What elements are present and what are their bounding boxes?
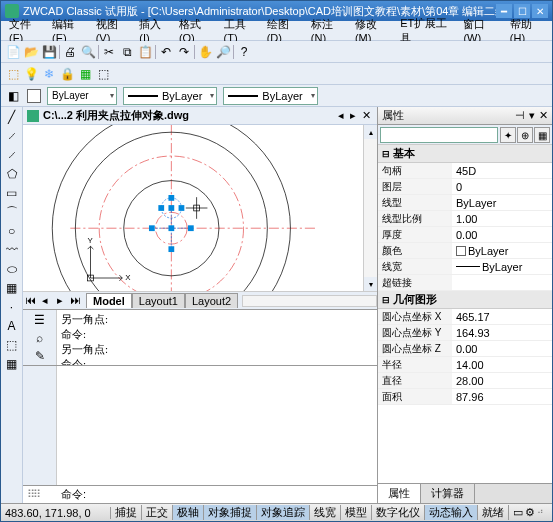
cut-icon[interactable]: ✂ (101, 44, 117, 60)
tray1-icon[interactable]: ▭ (513, 506, 523, 519)
color-icon[interactable]: ▦ (77, 66, 93, 82)
new-icon[interactable]: 📄 (5, 44, 21, 60)
status-toggle[interactable]: 模型 (341, 505, 372, 520)
status-toggle[interactable]: 对象追踪 (257, 505, 310, 520)
status-toggle[interactable]: 动态输入 (425, 505, 478, 520)
point-tool-icon[interactable]: · (3, 299, 21, 315)
tab-last-icon[interactable]: ⏭ (68, 294, 82, 307)
tray2-icon[interactable]: ⚙ (525, 506, 535, 519)
zoom-icon[interactable]: 🔎 (215, 44, 231, 60)
ellipse-tool-icon[interactable]: ⬭ (3, 261, 21, 277)
line-tool-icon[interactable]: ╱ (3, 109, 21, 125)
preview-icon[interactable]: 🔍 (80, 44, 96, 60)
copy-icon[interactable]: ⧉ (119, 44, 135, 60)
status-toggle[interactable]: 极轴 (173, 505, 204, 520)
pickadd-icon[interactable]: ⊕ (517, 127, 533, 143)
tab-close-icon[interactable]: ✕ (360, 109, 373, 122)
lock-icon[interactable]: 🔒 (59, 66, 75, 82)
property-grid[interactable]: 基本句柄45D图层0线型ByLayer线型比例1.00厚度0.00颜色ByLay… (378, 145, 552, 483)
table-tool-icon[interactable]: ▦ (3, 356, 21, 372)
command-line[interactable]: ⠿⠿ 命令: (23, 485, 377, 503)
property-row[interactable]: 线宽ByLayer (378, 259, 552, 275)
xline-tool-icon[interactable]: ⟋ (3, 128, 21, 144)
grip-icon[interactable]: ⠿⠿ (27, 488, 57, 501)
spline-tool-icon[interactable]: 〰 (3, 242, 21, 258)
redo-icon[interactable]: ↷ (176, 44, 192, 60)
freeze-icon[interactable]: ❄ (41, 66, 57, 82)
arc-tool-icon[interactable]: ⌒ (3, 204, 21, 220)
property-row[interactable]: 线型ByLayer (378, 195, 552, 211)
status-toggle[interactable]: 对象捕捉 (204, 505, 257, 520)
tab-next-icon[interactable]: ▸ (348, 109, 358, 122)
layout-tab[interactable]: Layout2 (185, 293, 238, 308)
doc-tab-label[interactable]: C:\...2 利用夹点拉伸对象.dwg (43, 108, 189, 123)
status-toggle[interactable]: 捕捉 (111, 505, 142, 520)
status-toggle[interactable]: 就绪 (478, 505, 509, 520)
property-row[interactable]: 图层0 (378, 179, 552, 195)
tab-prev-icon[interactable]: ◂ (336, 109, 346, 122)
open-icon[interactable]: 📂 (23, 44, 39, 60)
polyline-tool-icon[interactable]: ⟋ (3, 147, 21, 163)
drawing-canvas[interactable]: X Y (23, 125, 363, 291)
layer-icon[interactable]: ⬚ (5, 66, 21, 82)
layer2-icon[interactable]: ⬚ (95, 66, 111, 82)
panel-tab[interactable]: 属性 (378, 484, 421, 503)
property-category[interactable]: 基本 (378, 145, 552, 163)
save-icon[interactable]: 💾 (41, 44, 57, 60)
property-row[interactable]: 句柄45D (378, 163, 552, 179)
status-toggle[interactable]: 正交 (142, 505, 173, 520)
undo-icon[interactable]: ↶ (158, 44, 174, 60)
select-objects-icon[interactable]: ▦ (534, 127, 550, 143)
cmd-tool3-icon[interactable]: ✎ (32, 348, 48, 364)
status-toggle[interactable]: 线宽 (310, 505, 341, 520)
property-row[interactable]: 直径28.00 (378, 373, 552, 389)
scroll-up-icon[interactable]: ▴ (364, 125, 377, 139)
svg-rect-11 (168, 225, 174, 231)
panel-pin-icon[interactable]: ⊣ (515, 109, 525, 122)
panel-menu-icon[interactable]: ▾ (529, 109, 535, 122)
paste-icon[interactable]: 📋 (137, 44, 153, 60)
tab-next2-icon[interactable]: ▸ (53, 294, 67, 307)
quick-select-icon[interactable]: ✦ (500, 127, 516, 143)
property-row[interactable]: 半径14.00 (378, 357, 552, 373)
cmd-tool1-icon[interactable]: ☰ (32, 312, 48, 328)
property-row[interactable]: 线型比例1.00 (378, 211, 552, 227)
scroll-down-icon[interactable]: ▾ (364, 277, 377, 291)
tab-first-icon[interactable]: ⏮ (23, 294, 37, 307)
layout-tab[interactable]: Layout1 (132, 293, 185, 308)
property-row[interactable]: 超链接 (378, 275, 552, 291)
text-tool-icon[interactable]: A (3, 318, 21, 334)
light-icon[interactable]: 💡 (23, 66, 39, 82)
property-row[interactable]: 圆心点坐标 Y164.93 (378, 325, 552, 341)
polygon-tool-icon[interactable]: ⬠ (3, 166, 21, 182)
circle-tool-icon[interactable]: ○ (3, 223, 21, 239)
tab-prev2-icon[interactable]: ◂ (38, 294, 52, 307)
help-icon[interactable]: ? (236, 44, 252, 60)
cmd-tool2-icon[interactable]: ⌕ (32, 330, 48, 346)
linetype-dropdown[interactable]: ByLayer (123, 87, 217, 105)
property-row[interactable]: 圆心点坐标 Z0.00 (378, 341, 552, 357)
rect-tool-icon[interactable]: ▭ (3, 185, 21, 201)
property-row[interactable]: 颜色ByLayer (378, 243, 552, 259)
hatch-tool-icon[interactable]: ▦ (3, 280, 21, 296)
coordinates[interactable]: 483.60, 171.98, 0 (1, 507, 111, 519)
layout-tab[interactable]: Model (86, 293, 132, 308)
property-row[interactable]: 圆心点坐标 X465.17 (378, 309, 552, 325)
panel-close-icon[interactable]: ✕ (539, 109, 548, 122)
match-icon[interactable]: ◧ (5, 88, 21, 104)
pan-icon[interactable]: ✋ (197, 44, 213, 60)
layer-dropdown[interactable]: ByLayer (47, 87, 117, 105)
color-swatch[interactable] (27, 89, 41, 103)
vertical-scrollbar[interactable]: ▴ ▾ (363, 125, 377, 291)
property-row[interactable]: 厚度0.00 (378, 227, 552, 243)
panel-tab[interactable]: 计算器 (421, 484, 475, 503)
horizontal-scrollbar[interactable] (242, 295, 377, 307)
print-icon[interactable]: 🖨 (62, 44, 78, 60)
property-row[interactable]: 面积87.96 (378, 389, 552, 405)
resize-grip-icon[interactable]: ⠴ (537, 506, 548, 519)
status-toggle[interactable]: 数字化仪 (372, 505, 425, 520)
property-category[interactable]: 几何图形 (378, 291, 552, 309)
block-tool-icon[interactable]: ⬚ (3, 337, 21, 353)
lineweight-dropdown[interactable]: ByLayer (223, 87, 317, 105)
selection-dropdown[interactable] (380, 127, 498, 143)
